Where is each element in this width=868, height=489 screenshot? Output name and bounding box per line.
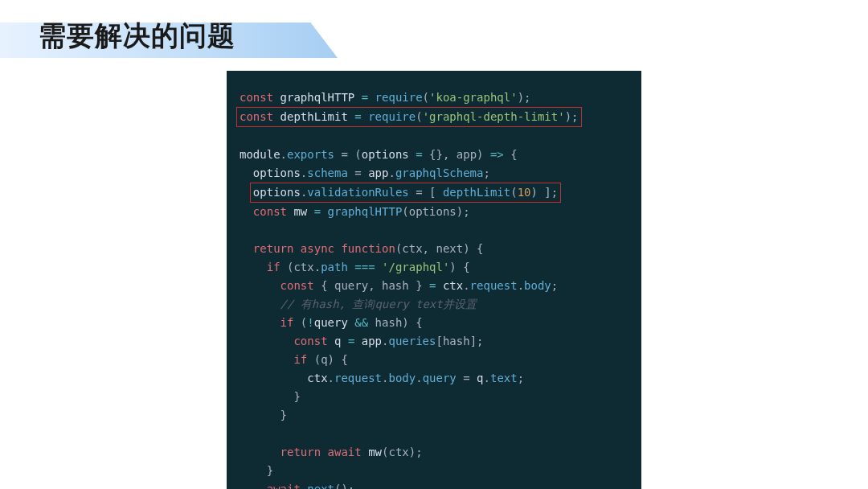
code-panel: const graphqlHTTP = require('koa-graphql… xyxy=(227,71,641,489)
code-block: const graphqlHTTP = require('koa-graphql… xyxy=(240,88,628,489)
highlight-validation-rules: options.validationRules = [ depthLimit(1… xyxy=(250,183,561,203)
slide-title: 需要解决的问题 xyxy=(39,16,235,55)
highlight-depth-limit-import: const depthLimit = require('graphql-dept… xyxy=(236,107,582,127)
slide-header: 需要解决的问题 xyxy=(39,16,235,55)
slide: 需要解决的问题 const graphqlHTTP = require('koa… xyxy=(0,0,868,489)
